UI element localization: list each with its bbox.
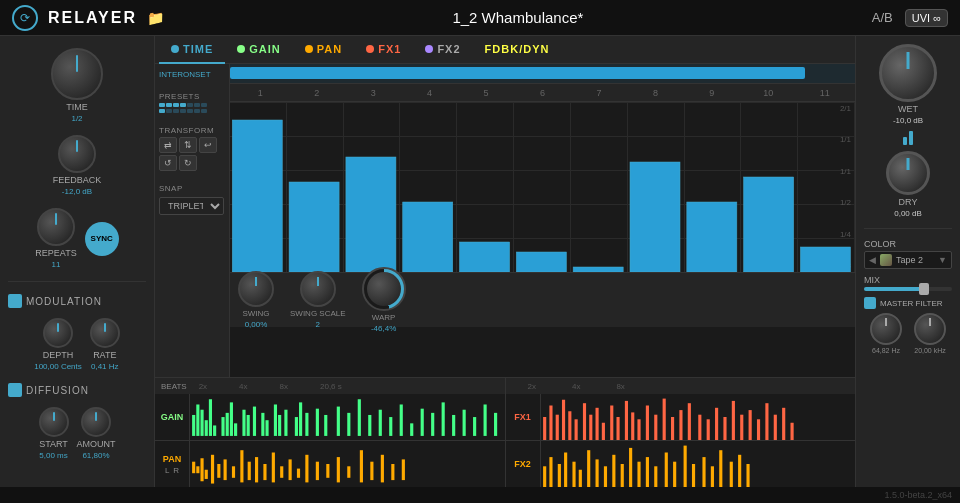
preset-cell[interactable]: [194, 109, 200, 113]
svg-rect-101: [731, 401, 734, 440]
transform-btn-rot-right[interactable]: ↻: [179, 155, 197, 171]
svg-rect-55: [217, 464, 220, 478]
svg-rect-98: [706, 419, 709, 440]
svg-rect-73: [381, 455, 384, 483]
svg-rect-117: [603, 466, 606, 487]
seq-num-5: 5: [458, 88, 514, 98]
preset-cell[interactable]: [194, 103, 200, 107]
svg-rect-11: [192, 415, 195, 436]
preset-cell[interactable]: [166, 109, 172, 113]
svg-rect-52: [200, 458, 203, 481]
preset-cell[interactable]: [201, 109, 207, 113]
preset-cell[interactable]: [187, 103, 193, 107]
ab-button[interactable]: A/B: [872, 10, 893, 25]
warp-knob[interactable]: [362, 267, 406, 311]
warp-label: WARP: [372, 313, 396, 322]
amount-knob[interactable]: [81, 407, 111, 437]
transform-btn-flip-v[interactable]: ⇅: [179, 137, 197, 153]
depth-knob[interactable]: [43, 318, 73, 348]
svg-rect-102: [740, 415, 743, 440]
tab-fdbk[interactable]: FDBK/DYN: [473, 36, 562, 64]
version-text: 1.5.0-beta.2_x64: [884, 490, 952, 500]
folder-icon[interactable]: 📁: [147, 10, 164, 26]
tab-dot-fx2: [425, 45, 433, 53]
svg-rect-80: [568, 411, 571, 440]
arrow-right-icon[interactable]: ▼: [938, 255, 947, 265]
svg-rect-70: [347, 466, 350, 478]
time-knob[interactable]: [51, 48, 103, 100]
mix-slider-track[interactable]: [864, 287, 952, 291]
transform-btn-rot-left[interactable]: ↺: [159, 155, 177, 171]
preset-cell[interactable]: [173, 109, 179, 113]
preset-cell[interactable]: [180, 109, 186, 113]
svg-rect-108: [790, 423, 793, 440]
svg-rect-87: [616, 417, 619, 440]
preset-cell[interactable]: [159, 103, 165, 107]
mix-section: MIX: [864, 275, 952, 291]
filter-high-container: 20,00 kHz: [914, 313, 946, 354]
diffusion-section-header: DIFFUSION: [8, 383, 146, 397]
mini-chart-right: 2x 4x 8x FX1: [506, 378, 856, 487]
wet-knob[interactable]: [879, 44, 937, 102]
tab-gain-label: GAIN: [249, 43, 281, 55]
svg-rect-22: [247, 415, 250, 436]
tab-gain[interactable]: GAIN: [225, 36, 293, 64]
transform-btn-flip-h[interactable]: ⇄: [159, 137, 177, 153]
preset-cell[interactable]: [166, 103, 172, 107]
svg-rect-72: [370, 462, 373, 480]
swing-knob[interactable]: [238, 271, 274, 307]
svg-rect-16: [213, 425, 216, 435]
tab-fx2[interactable]: FX2: [413, 36, 472, 64]
filter-high-value: 20,00 kHz: [914, 347, 946, 354]
start-knob[interactable]: [39, 407, 69, 437]
svg-rect-4: [460, 242, 510, 272]
bars-svg: [230, 102, 855, 272]
dry-knob[interactable]: [886, 151, 930, 195]
swing-scale-knob[interactable]: [300, 271, 336, 307]
preset-cell[interactable]: [180, 103, 186, 107]
mod-knob-row: DEPTH 100,00 Cents RATE 0,41 Hz: [8, 318, 146, 371]
svg-rect-50: [192, 462, 195, 474]
svg-rect-94: [670, 417, 673, 440]
preset-cell[interactable]: [187, 109, 193, 113]
preset-cell[interactable]: [173, 103, 179, 107]
modulation-toggle[interactable]: [8, 294, 22, 308]
diffusion-toggle[interactable]: [8, 383, 22, 397]
tab-time[interactable]: TIME: [159, 36, 225, 64]
svg-rect-57: [232, 466, 235, 478]
top-bar-left: ⟳ RELAYER 📁: [12, 5, 164, 31]
svg-rect-130: [719, 450, 722, 487]
color-selector[interactable]: ◀ Tape 2 ▼: [864, 251, 952, 269]
svg-rect-128: [702, 457, 705, 487]
gain-pan-charts: GAIN: [155, 394, 505, 487]
rate-knob[interactable]: [90, 318, 120, 348]
seq-grid[interactable]: 1 2 3 4 5 6 7 8 9 10 11: [230, 64, 855, 377]
master-filter-toggle[interactable]: [864, 297, 876, 309]
transform-btn-rev[interactable]: ↩: [199, 137, 217, 153]
svg-rect-18: [226, 413, 229, 436]
tab-fx1[interactable]: FX1: [354, 36, 413, 64]
seq-num-6: 6: [514, 88, 570, 98]
tab-pan[interactable]: PAN: [293, 36, 354, 64]
arrow-left-icon[interactable]: ◀: [869, 255, 876, 265]
mix-slider-fill: [864, 287, 921, 291]
seq-controls: INTERONSET PRESETS: [155, 64, 230, 377]
svg-rect-21: [242, 410, 245, 436]
filter-low-knob[interactable]: [870, 313, 902, 345]
snap-select[interactable]: TRIPLET: [159, 197, 224, 215]
svg-rect-8: [687, 202, 737, 272]
svg-rect-74: [391, 464, 394, 480]
repeats-knob[interactable]: [37, 208, 75, 246]
svg-rect-20: [234, 423, 237, 436]
preset-cell[interactable]: [159, 109, 165, 113]
seq-top-bar: [230, 64, 855, 84]
sync-button[interactable]: SYNC: [85, 222, 119, 256]
svg-rect-132: [738, 455, 741, 487]
feedback-knob[interactable]: [58, 135, 96, 173]
filter-high-knob[interactable]: [914, 313, 946, 345]
diffusion-label: DIFFUSION: [26, 385, 89, 396]
vu-meters: [903, 131, 913, 145]
fx2-label: FX2: [514, 459, 531, 469]
mix-slider-thumb[interactable]: [919, 283, 929, 295]
preset-cell[interactable]: [201, 103, 207, 107]
